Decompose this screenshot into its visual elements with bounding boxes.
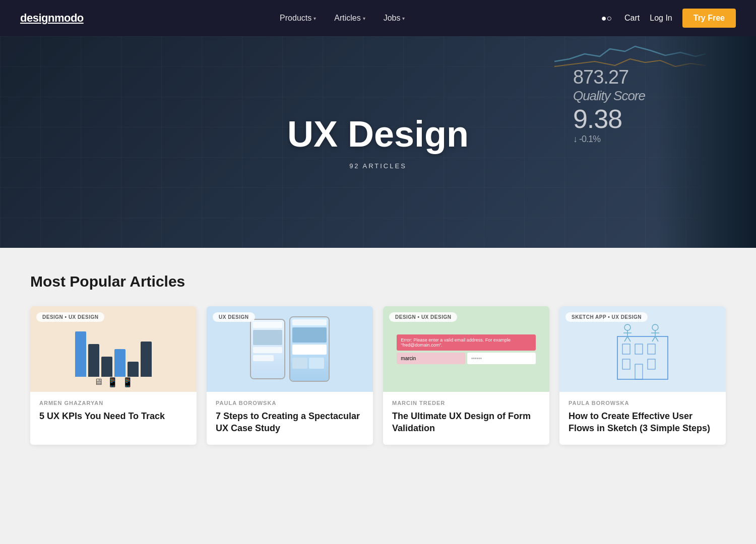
- svg-rect-6: [635, 364, 643, 379]
- card-3-tag: DESIGN • UX DESIGN: [389, 312, 457, 322]
- svg-line-11: [627, 336, 631, 342]
- desktop-icon: 🖥: [94, 377, 103, 388]
- svg-rect-4: [622, 359, 630, 369]
- hero-title: UX Design: [287, 114, 469, 154]
- nav-products[interactable]: Products ▾: [273, 10, 323, 27]
- logo[interactable]: designmodo: [20, 12, 84, 25]
- card-4-image: SKETCH APP • UX DESIGN: [559, 306, 726, 392]
- svg-line-16: [655, 336, 658, 342]
- hero-section: 873.27 Quality Score 9.38 ↓ -0.1% UX Des…: [0, 36, 756, 248]
- nav-links: Products ▾ Articles ▾ Jobs ▾: [273, 10, 412, 27]
- svg-line-10: [624, 336, 627, 342]
- search-icon[interactable]: ●○: [601, 13, 614, 24]
- mobile-icon: 📱: [122, 377, 133, 388]
- quality-label: Quality Score: [573, 88, 645, 104]
- hero-metrics: 873.27 Quality Score 9.38 ↓ -0.1%: [573, 66, 645, 145]
- nav-products-label: Products: [280, 14, 311, 23]
- phone-mockup-1: [250, 319, 285, 379]
- hero-content: UX Design 92 ARTICLES: [287, 114, 469, 170]
- form-field-password: ••••••: [467, 353, 536, 364]
- bar-6: [141, 342, 152, 377]
- sketch-illustration: [612, 316, 673, 382]
- card-4-title: How to Create Effective User Flows in Sk…: [569, 410, 717, 435]
- card-1-tag: DESIGN • UX DESIGN: [36, 312, 104, 322]
- main-content: Most Popular Articles 🖥 📱 📱 DESIGN: [0, 248, 756, 465]
- svg-rect-5: [648, 359, 655, 369]
- products-chevron-icon: ▾: [313, 16, 316, 21]
- bar-2: [88, 344, 99, 377]
- devices-icons: 🖥 📱 📱: [94, 377, 133, 388]
- articles-chevron-icon: ▾: [363, 16, 365, 21]
- svg-rect-2: [635, 344, 643, 354]
- form-field-email: marcin: [397, 353, 465, 364]
- svg-rect-3: [648, 344, 655, 354]
- cart-link[interactable]: Cart: [624, 14, 640, 23]
- card-2-author: PAULA BOROWSKA: [216, 400, 364, 406]
- card-2-body: PAULA BOROWSKA 7 Steps to Creating a Spe…: [207, 392, 373, 445]
- login-link[interactable]: Log In: [650, 14, 672, 23]
- navbar: designmodo Products ▾ Articles ▾ Jobs ▾ …: [0, 0, 756, 36]
- article-card-2[interactable]: UX DESIGN PAULA BOROWSKA 7 Steps to Crea…: [207, 306, 373, 445]
- card-1-author: ARMEN GHAZARYAN: [39, 400, 187, 406]
- svg-rect-1: [622, 344, 630, 354]
- try-free-button[interactable]: Try Free: [682, 9, 736, 28]
- nav-articles-label: Articles: [334, 14, 360, 23]
- quality-score: 9.38: [573, 104, 645, 134]
- hero-subtitle: 92 ARTICLES: [287, 162, 469, 170]
- article-card-3[interactable]: Error: Please enter a valid email addres…: [383, 306, 549, 445]
- svg-line-15: [652, 336, 655, 342]
- bar-3: [101, 357, 112, 377]
- tablet-icon: 📱: [107, 377, 118, 388]
- card-4-body: PAULA BOROWSKA How to Create Effective U…: [559, 392, 726, 445]
- phone-mockup-2: [289, 316, 330, 382]
- card-4-tag: SKETCH APP • UX DESIGN: [565, 312, 648, 322]
- svg-point-7: [624, 324, 631, 330]
- jobs-chevron-icon: ▾: [402, 16, 405, 21]
- nav-right: ●○ Cart Log In Try Free: [601, 9, 736, 28]
- card-2-tag: UX DESIGN: [213, 312, 255, 322]
- card-2-title: 7 Steps to Creating a Spectacular UX Cas…: [216, 410, 364, 435]
- form-mockup: Error: Please enter a valid email addres…: [397, 334, 535, 364]
- svg-point-12: [652, 324, 658, 330]
- form-row: marcin ••••••: [397, 353, 535, 364]
- form-error: Error: Please enter a valid email addres…: [397, 334, 535, 351]
- bar-chart: [75, 321, 152, 377]
- hero-metric-value: 873.27: [573, 66, 645, 88]
- nav-articles[interactable]: Articles ▾: [327, 10, 372, 27]
- card-3-title: The Ultimate UX Design of Form Validatio…: [392, 410, 540, 435]
- articles-grid: 🖥 📱 📱 DESIGN • UX DESIGN ARMEN GHAZARYAN…: [30, 306, 726, 445]
- card-1-title: 5 UX KPIs You Need To Track: [39, 410, 187, 422]
- article-card-4[interactable]: SKETCH APP • UX DESIGN PAULA BOROWSKA Ho…: [559, 306, 726, 445]
- card-1-image: 🖥 📱 📱 DESIGN • UX DESIGN: [30, 306, 197, 392]
- card-4-author: PAULA BOROWSKA: [569, 400, 717, 406]
- card-3-body: MARCIN TREDER The Ultimate UX Design of …: [383, 392, 549, 445]
- bar-5: [128, 362, 139, 377]
- hero-right-panel: [655, 36, 756, 248]
- card-3-image: Error: Please enter a valid email addres…: [383, 306, 549, 392]
- card-1-body: ARMEN GHAZARYAN 5 UX KPIs You Need To Tr…: [30, 392, 197, 432]
- bar-1: [75, 331, 86, 377]
- card-2-image: UX DESIGN: [207, 306, 373, 392]
- nav-jobs[interactable]: Jobs ▾: [376, 10, 412, 27]
- bar-4: [114, 349, 125, 377]
- nav-jobs-label: Jobs: [384, 14, 401, 23]
- article-card-1[interactable]: 🖥 📱 📱 DESIGN • UX DESIGN ARMEN GHAZARYAN…: [30, 306, 197, 445]
- section-title: Most Popular Articles: [30, 273, 726, 290]
- quality-change: ↓ -0.1%: [573, 134, 645, 145]
- card-3-author: MARCIN TREDER: [392, 400, 540, 406]
